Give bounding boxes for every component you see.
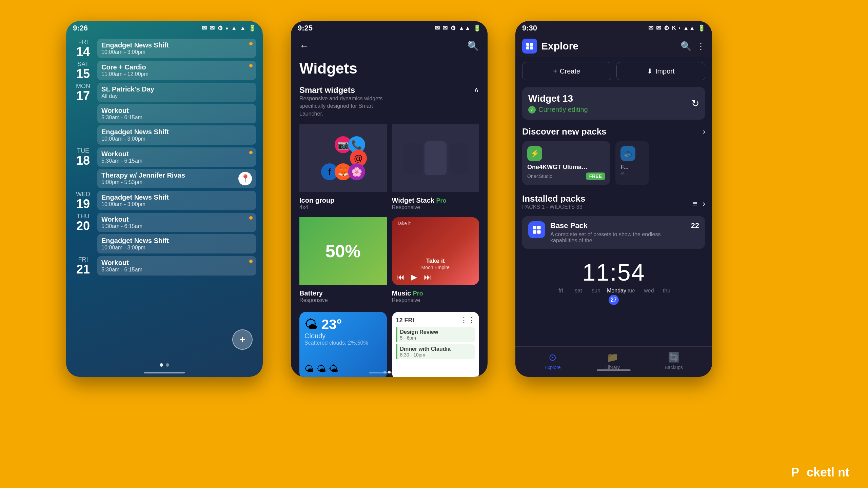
widget-stack-card[interactable]: Widget Stack Pro Responsive	[392, 124, 479, 212]
weather-icon-sm-1: 🌤	[304, 363, 314, 374]
cal-row-wed19: WED 19 Engadget News Shift 10:00am - 3:0…	[73, 191, 256, 210]
back-button[interactable]: ←	[299, 41, 309, 52]
cal-date-mon17: MON 17	[73, 83, 93, 102]
svg-rect-6	[533, 230, 536, 234]
event-engadget-thu20[interactable]: Engadget News Shift 10:00am - 3:00pm	[97, 234, 256, 253]
nav-backups[interactable]: 🔄 Backups	[665, 352, 683, 370]
wc-event-name-design: Design Review	[400, 329, 473, 335]
widget13-card[interactable]: Widget 13 ✓ Currently editing ↻	[522, 87, 705, 120]
fab-add-button[interactable]: +	[232, 329, 253, 350]
discover-see-more[interactable]: ›	[703, 127, 705, 136]
nav-explore-label: Explore	[545, 365, 560, 370]
widget-weather-preview: 🌤 23° Cloudy Scattered clouds: 2%:50% 🌤 …	[299, 312, 387, 377]
explore-search-icon[interactable]: 🔍	[680, 41, 691, 52]
base-pack-card[interactable]: Base Pack A complete set of presets to s…	[522, 216, 705, 249]
base-pack-count: 22	[691, 221, 699, 230]
svg-rect-4	[533, 226, 536, 229]
svg-rect-7	[537, 230, 541, 234]
import-label: Import	[655, 67, 675, 75]
widget13-name: Widget 13	[528, 93, 588, 104]
app-icon: 🌸	[348, 163, 365, 180]
wc-event-name-dinner: Dinner with Claudia	[400, 346, 473, 352]
wc-event-dinner[interactable]: Dinner with Claudia 8:30 - 10pm	[396, 344, 475, 359]
widgets-page-title: Widgets	[291, 57, 488, 84]
widget-icon-group-sub: 4x4	[299, 204, 387, 210]
widget-icon-group-label: Icon group	[299, 197, 387, 204]
widget-weather-card[interactable]: 🌤 23° Cloudy Scattered clouds: 2%:50% 🌤 …	[299, 312, 387, 377]
page-dot-1	[160, 363, 163, 367]
import-button[interactable]: ⬇ Import	[616, 62, 706, 80]
pocketlint-logo: Pocketlint	[791, 465, 849, 480]
phone3-status-bar: 9:30 ✉ ✉ ⚙ K • ▲▲ 🔋	[515, 21, 712, 35]
explore-more-icon[interactable]: ⋮	[696, 41, 705, 52]
pack-card-one4kwgt[interactable]: ⚡ One4KWGT Ultimate: KWG... One4Studio F…	[522, 141, 610, 185]
next-button[interactable]: ⏭	[424, 273, 431, 282]
clock-day-wed-label: wed	[644, 288, 654, 293]
prev-button[interactable]: ⏮	[397, 273, 405, 282]
installed-more-icon[interactable]: ›	[703, 199, 705, 208]
phone3-time: 9:30	[522, 24, 537, 33]
cal-row-tue18: TUE 18 Workout 5:30am - 6:15am Therapy w…	[73, 147, 256, 188]
event-engadget-fri14[interactable]: Engadget News Shift 10:00am - 3:00pm	[97, 39, 256, 58]
nav-explore[interactable]: ⊙ Explore	[545, 352, 560, 370]
wc-event-design[interactable]: Design Review 5 - 6pm	[396, 327, 475, 342]
cal-day-num-21: 21	[73, 263, 93, 276]
svg-rect-2	[526, 46, 529, 49]
event-workout-thu20[interactable]: Workout 5:30am - 6:15am	[97, 213, 256, 232]
wc-menu-icon[interactable]: ⋮⋮	[460, 316, 475, 325]
music-controls[interactable]: ⏮ ▶ ⏭	[397, 273, 474, 282]
event-dot	[249, 151, 253, 154]
clock-day-wed: wed	[642, 288, 656, 305]
action-buttons-row: + Create ⬇ Import	[515, 57, 712, 85]
phone1-email-icon: ✉	[202, 24, 207, 32]
map-icon[interactable]: 📍	[238, 172, 252, 185]
smart-widgets-info: Smart widgets Responsive and dynamics wi…	[299, 85, 384, 118]
cal-date-wed19: WED 19	[73, 191, 93, 210]
widget-music-card[interactable]: Take it Take it Moon Empire ⏮ ▶ ⏭ Music …	[392, 217, 479, 305]
cal-row-fri21: FRI 21 Workout 5:30am - 6:15am	[73, 256, 256, 276]
event-stpatricks[interactable]: St. Patrick's Day All day	[97, 83, 256, 102]
pack-card-partial[interactable]: 🐟 F... R...	[615, 141, 649, 185]
search-button[interactable]: 🔍	[467, 40, 479, 52]
event-engadget-wed19[interactable]: Engadget News Shift 10:00am - 3:00pm	[97, 191, 256, 210]
cal-day-num-20: 20	[73, 220, 93, 232]
bottom-nav: ⊙ Explore 📁 Library 🔄 Backups	[515, 346, 712, 377]
cal-day-num-15: 15	[73, 68, 93, 80]
event-name: Workout	[101, 259, 252, 267]
main-background: 9:26 ✉ ✉ ⚙ ● ▲ ▲ 🔋 FRI 14	[0, 0, 868, 488]
home-indicator	[144, 372, 185, 373]
event-name: Workout	[101, 150, 252, 158]
create-label: Create	[560, 67, 580, 75]
phone3-frame: 9:30 ✉ ✉ ⚙ K • ▲▲ 🔋	[515, 21, 712, 377]
create-button[interactable]: + Create	[522, 62, 611, 80]
clock-day-tue-label: tue	[628, 288, 635, 293]
widget-calendar-card[interactable]: 12 FRI ⋮⋮ Design Review 5 - 6pm Dinner w…	[392, 312, 479, 377]
weather-icon-sm-3: 🌤	[329, 363, 338, 374]
widget-icon-group-card[interactable]: 📷 📞 @ f 🦊 🌸 Icon group 4x4	[299, 124, 387, 212]
refresh-icon[interactable]: ↻	[691, 98, 699, 109]
smart-widgets-section-header: Smart widgets Responsive and dynamics wi…	[291, 84, 488, 119]
phone1-signal-icon: ▲	[240, 25, 246, 32]
event-engadget-mon17[interactable]: Engadget News Shift 10:00am - 3:00pm	[97, 125, 256, 145]
event-name: St. Patrick's Day	[101, 85, 252, 93]
pack-cards-scroll: ⚡ One4KWGT Ultimate: KWG... One4Studio F…	[522, 141, 705, 185]
event-workout-mon17[interactable]: Workout 5:30am - 6:15am	[97, 104, 256, 123]
event-workout-tue18[interactable]: Workout 5:30am - 6:15am	[97, 147, 256, 167]
event-time: 5:30am - 6:15am	[101, 223, 252, 229]
cal-row-fri14: FRI 14 Engadget News Shift 10:00am - 3:0…	[73, 39, 256, 58]
nav-library-icon: 📁	[607, 352, 618, 363]
filter-icon[interactable]: ≡	[693, 199, 697, 208]
play-button[interactable]: ▶	[411, 273, 417, 282]
event-workout-fri21[interactable]: Workout 5:30am - 6:15am	[97, 256, 256, 276]
import-icon: ⬇	[647, 67, 653, 75]
event-cardio-sat15[interactable]: Core + Cardio 11:00am - 12:00pm	[97, 61, 256, 80]
widget-battery-card[interactable]: 50% Battery Responsive	[299, 217, 387, 305]
event-therapy-tue18[interactable]: Therapy w/ Jennifer Rivas 5:00pm - 5:53p…	[97, 169, 256, 188]
svg-rect-1	[530, 43, 533, 46]
widget-calendar-preview: 12 FRI ⋮⋮ Design Review 5 - 6pm Dinner w…	[392, 312, 479, 377]
collapse-icon[interactable]: ∧	[474, 85, 479, 94]
widget13-status: ✓ Currently editing	[528, 106, 588, 114]
music-title: Take it	[397, 258, 474, 265]
clock-day-thu: thu	[660, 288, 673, 305]
nav-library[interactable]: 📁 Library	[605, 352, 620, 370]
